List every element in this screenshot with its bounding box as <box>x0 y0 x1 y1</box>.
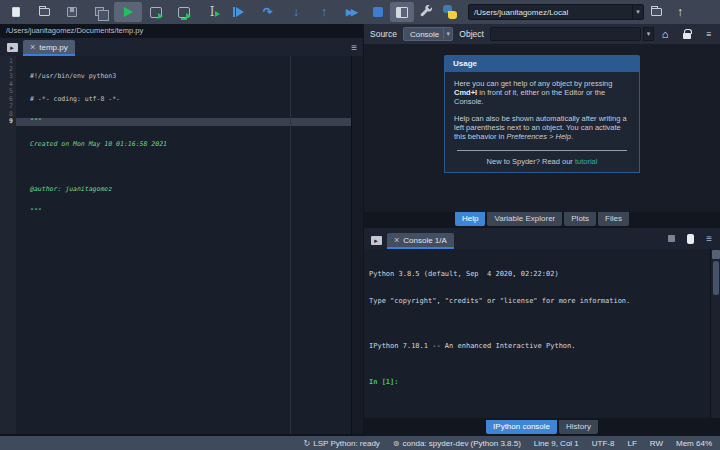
parent-directory-button[interactable]: ↑ <box>668 2 692 22</box>
browse-tabs-button[interactable]: ▸ <box>4 40 20 54</box>
code-line <box>30 163 167 171</box>
source-value: Console <box>404 30 443 39</box>
help-pane: Usage Here you can get help of any objec… <box>364 44 720 212</box>
home-icon: ⌂ <box>662 29 669 40</box>
editor-tab-label: temp.py <box>39 43 67 52</box>
arrow-up-icon: ↑ <box>677 6 683 18</box>
editor-scrollbar[interactable] <box>351 56 363 434</box>
run-icon <box>124 7 133 17</box>
stop-debugging-button[interactable] <box>366 2 390 22</box>
menu-icon: ≡ <box>707 29 712 39</box>
wrench-icon <box>419 5 433 19</box>
editor-file-path: /Users/juanitagomez/Documents/temp.py <box>0 24 363 38</box>
new-file-button[interactable] <box>2 2 30 22</box>
save-button[interactable] <box>58 2 86 22</box>
tab-help[interactable]: Help <box>455 212 485 226</box>
chevron-down-icon: ▾ <box>647 30 651 38</box>
conda-env-status: ⊛ conda: spyder-dev (Python 3.8.5) <box>393 439 521 448</box>
ipython-console[interactable]: Python 3.8.5 (default, Sep 4 2020, 02:22… <box>364 249 720 418</box>
arrow-up-icon: ↑ <box>321 6 327 18</box>
editor-tab-temp-py[interactable]: × temp.py <box>23 40 75 56</box>
memory-status: Mem 64% <box>676 439 712 448</box>
scroll-up-button[interactable] <box>712 250 720 259</box>
run-selection-button[interactable]: I <box>198 2 226 22</box>
console-output: Python 3.8.5 (default, Sep 4 2020, 02:22… <box>364 249 720 408</box>
main-toolbar: I ↷ ↓ ↑ ▶▶ /Users/juanitagomez/Local ▾ ↑ <box>0 0 720 24</box>
maximize-pane-button[interactable] <box>390 2 414 22</box>
object-dropdown-button[interactable]: ▾ <box>643 27 654 41</box>
sync-icon: ↻ <box>304 439 311 448</box>
run-file-button[interactable] <box>114 2 142 22</box>
cursor-position-status: Line 9, Col 1 <box>534 439 579 448</box>
close-icon[interactable]: × <box>30 43 35 51</box>
lock-icon <box>683 33 691 39</box>
console-scrollbar[interactable] <box>710 249 720 418</box>
lsp-status: ↻ LSP Python: ready <box>304 439 380 448</box>
tab-history[interactable]: History <box>559 420 598 434</box>
code-text: #!/usr/bin/env python3 # -*- coding: utf… <box>30 58 167 276</box>
debug-file-icon <box>236 7 244 17</box>
usage-footer: New to Spyder? Read our tutorial <box>454 157 630 166</box>
console-options-menu-icon[interactable]: ≡ <box>706 233 712 244</box>
code-line <box>30 253 167 261</box>
preferences-button[interactable] <box>414 2 438 22</box>
debug-file-button[interactable] <box>226 2 254 22</box>
home-button[interactable]: ⌂ <box>654 26 676 42</box>
new-console-icon[interactable] <box>687 234 694 244</box>
stop-kernel-icon[interactable] <box>668 235 675 242</box>
tab-plots[interactable]: Plots <box>564 212 596 226</box>
console-prompt[interactable]: In [1]: <box>369 378 715 387</box>
code-editor[interactable]: 1 2 3 4 5 6 7 8 9 #!/usr/bin/env python3… <box>0 56 363 434</box>
pythonpath-manager-button[interactable] <box>438 2 462 22</box>
step-into-button[interactable]: ↓ <box>282 2 310 22</box>
continue-execution-button[interactable]: ▶▶ <box>338 2 366 22</box>
eol-status: LF <box>627 439 636 448</box>
save-all-button[interactable] <box>86 2 114 22</box>
console-line: Type "copyright", "credits" or "license"… <box>369 297 715 306</box>
code-line <box>30 231 167 239</box>
tab-variable-explorer[interactable]: Variable Explorer <box>487 212 562 226</box>
source-label: Source <box>370 29 397 39</box>
run-current-line-button[interactable]: ↷ <box>254 2 282 22</box>
working-directory-combobox[interactable]: /Users/juanitagomez/Local ▾ <box>468 4 644 20</box>
tutorial-link[interactable]: tutorial <box>575 157 598 166</box>
help-options-menu[interactable]: ≡ <box>698 26 720 42</box>
lock-button[interactable] <box>676 26 698 42</box>
browse-folder-icon <box>651 8 662 16</box>
run-cell-button[interactable] <box>142 2 170 22</box>
tab-ipython-console[interactable]: IPython console <box>486 420 557 434</box>
console-toolbar-icons: ≡ <box>668 233 712 244</box>
usage-title: Usage <box>444 55 640 72</box>
browse-working-directory-button[interactable] <box>644 2 668 22</box>
browse-tabs-button[interactable]: ▸ <box>368 233 384 247</box>
tab-files[interactable]: Files <box>598 212 629 226</box>
divider <box>457 150 627 151</box>
new-file-icon <box>12 7 20 17</box>
console-line: IPython 7.18.1 -- An enhanced Interactiv… <box>369 342 715 351</box>
usage-body: Here you can get help of any object by p… <box>444 72 640 173</box>
save-icon <box>67 7 77 17</box>
console-line: Python 3.8.5 (default, Sep 4 2020, 02:22… <box>369 270 715 279</box>
run-cell-advance-button[interactable] <box>170 2 198 22</box>
close-icon[interactable]: × <box>394 236 399 244</box>
chevron-down-icon[interactable]: ▾ <box>632 5 643 19</box>
editor-options-menu-icon[interactable]: ≡ <box>351 42 357 53</box>
step-return-button[interactable]: ↑ <box>310 2 338 22</box>
object-input[interactable] <box>490 27 641 41</box>
run-cell-icon <box>150 7 162 18</box>
code-line: #!/usr/bin/env python3 <box>30 73 167 81</box>
source-combobox[interactable]: Console ▾ <box>403 27 453 41</box>
console-tab[interactable]: × Console 1/A <box>387 233 454 249</box>
maximize-pane-icon <box>396 7 408 18</box>
usage-paragraph-1: Here you can get help of any object by p… <box>454 79 630 106</box>
code-line: # -*- coding: utf-8 -*- <box>30 96 167 104</box>
help-lookup-bar: Source Console ▾ Object ▾ ⌂ ≡ <box>364 24 720 44</box>
console-tab-label: Console 1/A <box>403 236 447 245</box>
code-line: """ <box>30 208 167 216</box>
open-file-button[interactable] <box>30 2 58 22</box>
editor-tab-bar: ▸ × temp.py ≡ <box>0 38 363 56</box>
scrollbar-thumb[interactable] <box>713 261 719 295</box>
line-number-gutter: 1 2 3 4 5 6 7 8 9 <box>0 56 16 434</box>
cmd-i-shortcut: Cmd+I <box>454 88 477 97</box>
python-logo-icon <box>443 5 457 19</box>
